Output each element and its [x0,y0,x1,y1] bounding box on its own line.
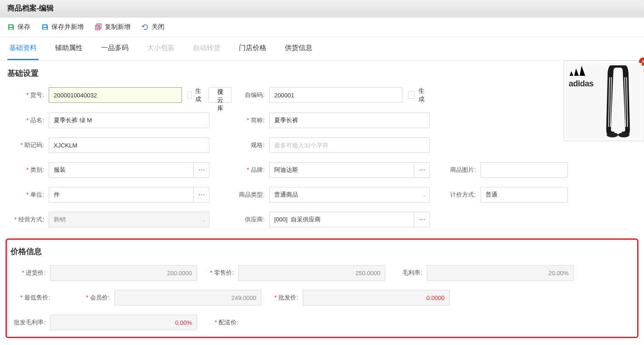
price-method-input[interactable] [480,187,568,203]
tab-auto-transfer: 自动转货 [191,37,222,60]
toolbar: 保存 保存并新增 复制新增 关闭 [0,17,644,37]
supplier-label: 供应商: [228,215,269,224]
category-label: *类别: [7,166,49,174]
save-icon [7,23,15,31]
brand-picker-button[interactable]: ⋯ [414,162,430,178]
retail-input[interactable] [238,265,385,281]
wholesale-input[interactable] [303,290,450,305]
tab-aux-attr[interactable]: 辅助属性 [53,37,85,60]
biz-type-select[interactable] [49,212,209,227]
tab-multicode[interactable]: 一品多码 [99,37,130,60]
image-input[interactable] [480,162,568,178]
purchase-label: *进货价: [9,269,50,277]
short-name-input[interactable] [269,113,430,128]
mnemonic-input[interactable] [49,137,209,153]
copy-new-button[interactable]: 复制新增 [95,23,130,31]
unit-label: *单位: [7,191,49,199]
product-image-box[interactable]: ✕ adidas [564,61,644,141]
basic-section: 基础设置 ✕ adidas 图 [0,61,644,235]
mnemonic-label: *助记码: [7,141,49,149]
page-title: 商品档案-编辑 [7,4,637,13]
basic-title: 基础设置 [7,68,637,79]
gross-rate-input[interactable] [427,265,574,281]
brand-input[interactable] [269,162,414,178]
close-button[interactable]: 关闭 [141,23,164,31]
save-new-label: 保存并新增 [51,23,84,31]
self-code-input[interactable] [269,87,402,103]
biz-type-label: *经营方式: [7,215,49,224]
save-label: 保存 [17,23,30,31]
short-name-label: *简称: [228,116,269,124]
member-label: *会员价: [73,294,114,302]
gross-rate-label: 毛利率: [385,269,427,277]
category-input[interactable] [49,162,194,178]
copy-icon [95,23,102,31]
save-new-icon [41,23,49,31]
brand-logo-text: adidas [569,79,593,89]
svg-point-3 [618,133,629,137]
brand-label: *品牌: [228,166,269,174]
item-no-input[interactable] [49,87,182,103]
min-sale-label: *最低售价: [9,294,55,302]
purchase-input[interactable] [50,265,197,281]
self-code-generate-checkbox[interactable] [408,91,415,99]
spec-label: 规格: [228,141,269,149]
product-type-label: 商品类型: [228,191,269,199]
delivery-label: *配送价: [197,318,243,327]
price-method-label: 计价方式: [448,191,480,199]
retail-label: *零售价: [197,269,238,277]
copy-new-label: 复制新增 [105,23,130,31]
name-label: *品名: [7,116,49,124]
category-picker-button[interactable]: ⋯ [194,162,209,178]
image-preview-panel: ✕ adidas 图 1. 2. [564,61,644,141]
self-code-label: 自编码: [228,91,269,99]
undo-icon [141,23,149,31]
product-type-select[interactable] [269,187,430,203]
tab-packaging: 大小包装 [145,37,176,60]
close-label: 关闭 [152,23,164,31]
image-label: 商品图片: [448,166,480,174]
tab-store-price[interactable]: 门店价格 [237,37,268,60]
unit-input[interactable] [49,187,194,203]
save-new-button[interactable]: 保存并新增 [41,23,84,31]
item-no-generate-checkbox[interactable] [187,91,192,99]
supplier-picker-button[interactable]: ⋯ [414,212,430,227]
save-button[interactable]: 保存 [7,23,30,31]
tab-basic[interactable]: 基础资料 [7,37,39,60]
unit-picker-button[interactable]: ⋯ [194,187,209,203]
tabs: 基础资料 辅助属性 一品多码 大小包装 自动转货 门店价格 供货信息 [0,37,644,61]
member-input[interactable] [114,290,261,305]
spec-input[interactable] [269,137,430,153]
supplier-input[interactable] [269,212,414,227]
generate-label-2: 生成 [418,87,430,103]
price-section: 价格信息 *进货价: *零售价: 毛利率: *最低售价: *会员价: *批发价:… [6,238,638,338]
generate-label: 生成 [195,87,201,103]
ws-gross-rate-label: 批发毛利率: [9,318,50,327]
item-no-label: *货号: [7,91,49,99]
svg-point-2 [607,133,618,137]
price-title: 价格信息 [11,246,635,257]
tab-supply[interactable]: 供货信息 [283,37,314,60]
wholesale-label: *批发价: [261,294,303,302]
window-header: 商品档案-编辑 [0,0,644,17]
name-input[interactable] [49,113,209,128]
ws-gross-rate-input[interactable] [50,315,197,330]
checkbox-row: ✓管理库存 ✓允许议价 ✓允许促销 ✓允许折扣 ✓允许赠送 ✓允许积分 ✓会员折… [0,342,644,345]
